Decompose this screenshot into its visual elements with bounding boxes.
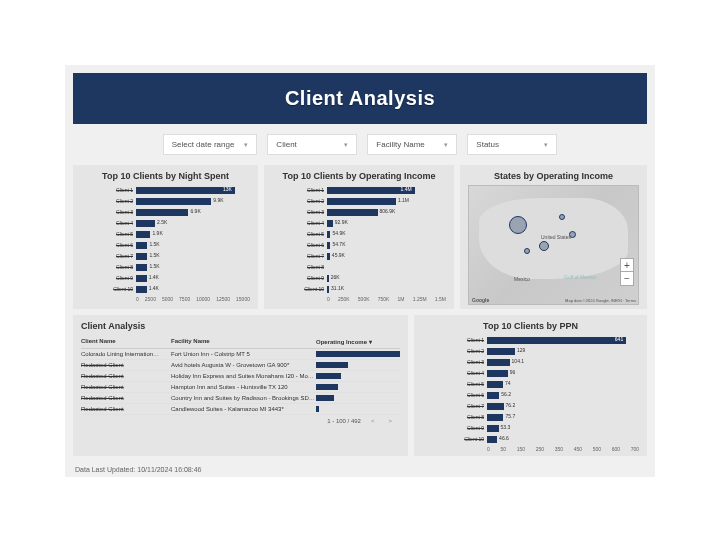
bar-row[interactable]: Client 21.1M <box>272 196 446 206</box>
chart-income[interactable]: Client 11.4MClient 21.1MClient 3806.9KCl… <box>272 185 446 294</box>
filter-facility[interactable]: Facility Name ▾ <box>367 134 457 155</box>
bar-row[interactable]: Client 776.2 <box>422 401 639 411</box>
axis-tick: 1M <box>398 296 405 302</box>
bar-row[interactable]: Client 953.3 <box>422 423 639 433</box>
bar-row[interactable]: Client 91.4K <box>81 273 250 283</box>
col-income[interactable]: Operating Income ▾ <box>316 338 400 345</box>
google-logo: Google <box>472 297 489 303</box>
bar-row[interactable]: Client 926K <box>272 273 446 283</box>
bar-value: 54.9K <box>332 230 345 236</box>
bar-row[interactable]: Client 3104.1 <box>422 357 639 367</box>
table-row[interactable]: Colorado Lining Internation…Fort Union I… <box>81 349 400 360</box>
pager-next-button[interactable]: > <box>384 418 396 424</box>
bar-row[interactable]: Client 492.9K <box>272 218 446 228</box>
bar-category: Client 7 <box>422 403 487 409</box>
bar-value: 76.2 <box>506 402 516 408</box>
axis-tick: 350 <box>555 446 563 452</box>
bar-row[interactable]: Client 71.5K <box>81 251 250 261</box>
bar-fill: 13K <box>136 187 235 194</box>
bar-category: Client 9 <box>81 275 136 281</box>
axis-tick: 12500 <box>216 296 230 302</box>
col-client[interactable]: Client Name <box>81 338 171 345</box>
table-row[interactable]: Redacted ClientCountry Inn and Suites by… <box>81 393 400 404</box>
axis-tick: 7500 <box>179 296 190 302</box>
bar-row[interactable]: Client 554.9K <box>272 229 446 239</box>
bar-row[interactable]: Client 11.4M <box>272 185 446 195</box>
bar-row[interactable]: Client 61.5K <box>81 240 250 250</box>
bar-row[interactable]: Client 654.7K <box>272 240 446 250</box>
cell-client: Redacted Client <box>81 406 171 412</box>
chart-nights[interactable]: Client 113KClient 29.9KClient 36.9KClien… <box>81 185 250 294</box>
bar-row[interactable]: Client 8 <box>272 262 446 272</box>
bar-track: 1.9K <box>136 231 250 238</box>
map-us[interactable]: United States Mexico Gulf of Mexico + − … <box>468 185 639 305</box>
bar-row[interactable]: Client 101.4K <box>81 284 250 294</box>
bar-track: 1.5K <box>136 242 250 249</box>
filter-client[interactable]: Client ▾ <box>267 134 357 155</box>
bar-row[interactable]: Client 51.9K <box>81 229 250 239</box>
bar-category: Client 8 <box>272 264 327 270</box>
bar-category: Client 9 <box>422 425 487 431</box>
bar-category: Client 8 <box>422 414 487 420</box>
bar-row[interactable]: Client 574 <box>422 379 639 389</box>
col-facility[interactable]: Facility Name <box>171 338 316 345</box>
map-bubble[interactable] <box>539 241 549 251</box>
bar-row[interactable]: Client 29.9K <box>81 196 250 206</box>
axis-tick: 0 <box>327 296 330 302</box>
bar-row[interactable]: Client 113K <box>81 185 250 195</box>
filter-status[interactable]: Status ▾ <box>467 134 557 155</box>
bar-row[interactable]: Client 1046.6 <box>422 434 639 444</box>
bar-value: 26K <box>331 274 340 280</box>
bar-track: 129 <box>487 348 639 355</box>
map-bubble[interactable] <box>559 214 565 220</box>
bar-track: 45.9K <box>327 253 446 260</box>
panel-nights-title: Top 10 Clients by Night Spent <box>81 171 250 181</box>
bar-fill: 46.6 <box>487 436 497 443</box>
table-row[interactable]: Redacted ClientCandlewood Suites - Kalam… <box>81 404 400 415</box>
bar-track: 104.1 <box>487 359 639 366</box>
chart-ppn[interactable]: Client 1641Client 2129Client 3104.1Clien… <box>422 335 639 444</box>
bar-row[interactable]: Client 3806.9K <box>272 207 446 217</box>
filter-date-range[interactable]: Select date range ▾ <box>163 134 258 155</box>
bar-row[interactable]: Client 875.7 <box>422 412 639 422</box>
axis-tick: 250K <box>338 296 350 302</box>
bar-track: 2.5K <box>136 220 250 227</box>
panel-ppn-title: Top 10 Clients by PPN <box>422 321 639 331</box>
map-bubble[interactable] <box>524 248 530 254</box>
pager-prev-button[interactable]: < <box>367 418 379 424</box>
bar-row[interactable]: Client 36.9K <box>81 207 250 217</box>
axis-tick: 10000 <box>196 296 210 302</box>
map-label-mexico: Mexico <box>514 276 530 282</box>
bar-row[interactable]: Client 81.5K <box>81 262 250 272</box>
table-row[interactable]: Redacted ClientHoliday Inn Express and S… <box>81 371 400 382</box>
bar-track: 92.9K <box>327 220 446 227</box>
table-row[interactable]: Redacted ClientAvid hotels Augusta W - G… <box>81 360 400 371</box>
bar-row[interactable]: Client 2129 <box>422 346 639 356</box>
bar-track: 1.1M <box>327 198 446 205</box>
income-bar <box>316 362 348 368</box>
table-pager: 1 - 100 / 492 < > <box>81 415 400 424</box>
axis-tick: 2500 <box>145 296 156 302</box>
bar-fill: 104.1 <box>487 359 510 366</box>
bar-value: 9.9K <box>213 197 223 203</box>
zoom-in-button[interactable]: + <box>621 259 633 272</box>
axis-tick: 1.25M <box>413 296 427 302</box>
map-bubble[interactable] <box>509 216 527 234</box>
axis-tick: 250 <box>536 446 544 452</box>
bar-fill: 1.5K <box>136 253 147 260</box>
chevron-down-icon: ▾ <box>344 141 348 149</box>
bar-fill: 1.4M <box>327 187 415 194</box>
bar-track: 75.7 <box>487 414 639 421</box>
bar-row[interactable]: Client 1031.1K <box>272 284 446 294</box>
table-row[interactable]: Redacted ClientHampton Inn and Suites - … <box>81 382 400 393</box>
bar-fill: 1.9K <box>136 231 150 238</box>
bar-row[interactable]: Client 42.5K <box>81 218 250 228</box>
bar-row[interactable]: Client 745.9K <box>272 251 446 261</box>
bar-fill: 129 <box>487 348 515 355</box>
bar-row[interactable]: Client 656.2 <box>422 390 639 400</box>
cell-client: Redacted Client <box>81 362 171 368</box>
zoom-out-button[interactable]: − <box>621 272 633 285</box>
bar-fill: 1.4K <box>136 286 147 293</box>
bar-row[interactable]: Client 1641 <box>422 335 639 345</box>
bar-row[interactable]: Client 496 <box>422 368 639 378</box>
